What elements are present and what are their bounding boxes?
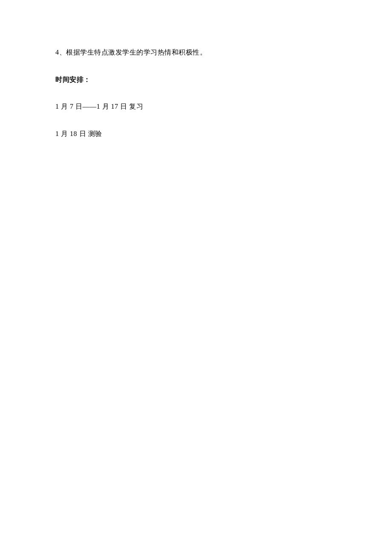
body-text-line-1: 4、根据学生特点激发学生的学习热情和积极性。 [55,47,337,58]
schedule-item-test: 1 月 18 日 测验 [55,128,337,139]
schedule-item-review: 1 月 7 日——1 月 17 日 复习 [55,101,337,112]
section-heading-schedule: 时间安排： [55,74,337,85]
